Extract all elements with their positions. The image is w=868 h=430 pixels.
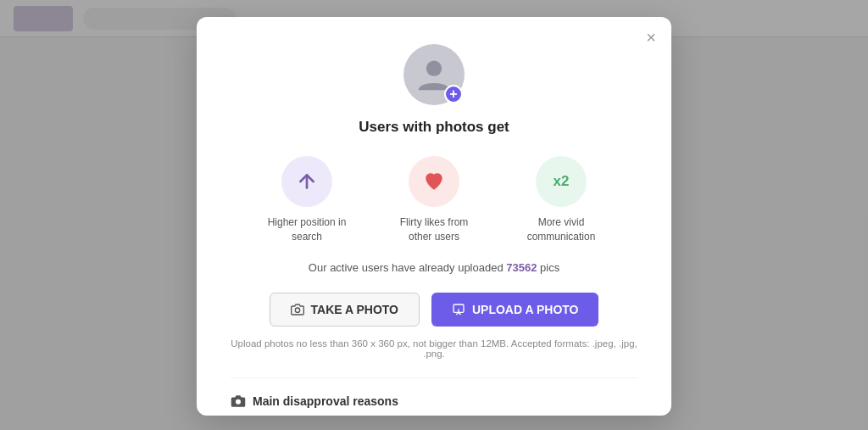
arrow-up-icon bbox=[296, 170, 318, 193]
benefit-search-label: Higher position in search bbox=[260, 215, 353, 244]
upload-photo-label: UPLOAD A PHOTO bbox=[472, 303, 579, 316]
benefit-search-icon bbox=[281, 156, 332, 207]
disapproval-header: Main disapproval reasons bbox=[231, 394, 637, 409]
take-photo-label: TAKE A PHOTO bbox=[311, 303, 398, 316]
x2-label: x2 bbox=[554, 173, 570, 190]
upload-photo-button[interactable]: UPLOAD A PHOTO bbox=[431, 293, 599, 327]
camera-disapproval-icon bbox=[231, 394, 246, 409]
stats-number: 73562 bbox=[506, 261, 537, 274]
upload-icon bbox=[452, 303, 465, 316]
modal-backdrop: × + Users with photos get bbox=[0, 0, 868, 430]
benefit-communication: x2 More vivid communication bbox=[515, 156, 608, 244]
photo-upload-modal: × + Users with photos get bbox=[197, 17, 671, 416]
avatar-wrapper: + bbox=[403, 44, 465, 105]
upload-hint: Upload photos no less than 360 x 360 px,… bbox=[231, 338, 637, 359]
benefit-likes-label: Flirty likes from other users bbox=[387, 215, 481, 244]
action-buttons: TAKE A PHOTO UPLOAD A PHOTO bbox=[231, 293, 637, 327]
close-button[interactable]: × bbox=[646, 29, 656, 46]
avatar-add-icon[interactable]: + bbox=[444, 85, 463, 103]
modal-title: Users with photos get bbox=[231, 119, 637, 136]
camera-icon bbox=[291, 303, 304, 316]
stats-prefix: Our active users have already uploaded bbox=[309, 261, 506, 274]
svg-point-0 bbox=[426, 61, 442, 76]
benefits-row: Higher position in search Flirty likes f… bbox=[231, 156, 637, 244]
disapproval-section: Main disapproval reasons Under 18 y.o., … bbox=[231, 377, 637, 416]
benefit-communication-label: More vivid communication bbox=[515, 215, 608, 244]
benefit-communication-icon: x2 bbox=[536, 156, 587, 207]
svg-point-5 bbox=[236, 399, 241, 404]
benefit-likes-icon bbox=[409, 156, 459, 207]
disapproval-title: Main disapproval reasons bbox=[253, 394, 398, 408]
heart-icon bbox=[423, 170, 445, 193]
benefit-search: Higher position in search bbox=[260, 156, 353, 244]
stats-line: Our active users have already uploaded 7… bbox=[231, 261, 637, 274]
stats-suffix: pics bbox=[537, 261, 559, 274]
svg-point-2 bbox=[295, 308, 299, 312]
take-photo-button[interactable]: TAKE A PHOTO bbox=[270, 293, 420, 327]
benefit-likes: Flirty likes from other users bbox=[387, 156, 481, 244]
avatar-area: + bbox=[231, 44, 637, 105]
